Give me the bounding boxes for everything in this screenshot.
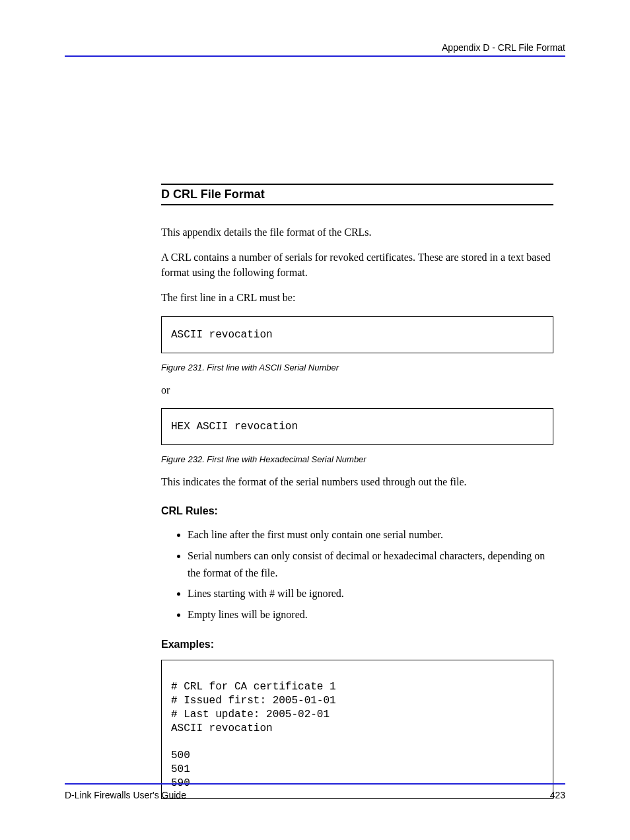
footer-rule xyxy=(65,783,565,785)
figure-caption-231: Figure 231. First line with ASCII Serial… xyxy=(161,363,553,372)
header-breadcrumb: Appendix D - CRL File Format xyxy=(65,42,565,53)
header-rule xyxy=(65,55,565,57)
list-item: Empty lines will be ignored. xyxy=(188,606,553,623)
code-box-hex: HEX ASCII revocation xyxy=(161,408,553,445)
examples-heading: Examples: xyxy=(161,639,553,650)
crl-rules-list: Each line after the first must only cont… xyxy=(188,526,553,623)
figure-caption-232: Figure 232. First line with Hexadecimal … xyxy=(161,454,553,464)
section-title: D CRL File Format xyxy=(161,188,265,201)
code-box-example: # CRL for CA certificate 1 # Issued firs… xyxy=(161,660,553,798)
footer-doc-title: D-Link Firewalls User's Guide xyxy=(65,790,186,800)
or-text: or xyxy=(161,383,553,398)
list-item: Each line after the first must only cont… xyxy=(188,526,553,543)
section-heading-bar: D CRL File Format xyxy=(161,184,553,205)
intro-paragraph-3: The first line in a CRL must be: xyxy=(161,291,553,305)
after-boxes-paragraph: This indicates the format of the serial … xyxy=(161,475,553,489)
page-footer: D-Link Firewalls User's Guide 423 xyxy=(65,783,565,800)
list-item: Serial numbers can only consist of decim… xyxy=(188,547,553,581)
footer-page-number: 423 xyxy=(550,790,565,800)
intro-paragraph-2: A CRL contains a number of serials for r… xyxy=(161,250,553,280)
intro-paragraph-1: This appendix details the file format of… xyxy=(161,225,553,240)
crl-rules-heading: CRL Rules: xyxy=(161,505,553,517)
list-item: Lines starting with # will be ignored. xyxy=(188,585,553,602)
code-box-ascii: ASCII revocation xyxy=(161,316,553,353)
